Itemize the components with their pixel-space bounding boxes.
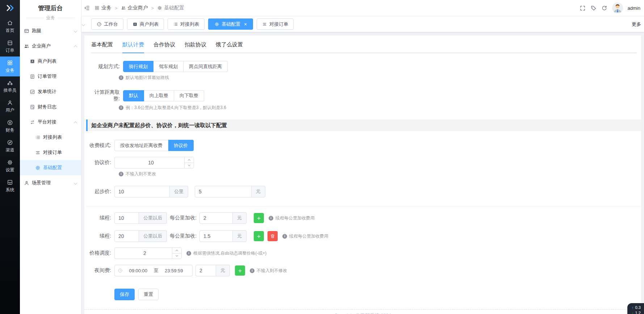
app-logo-icon[interactable] (5, 4, 15, 14)
night-time-range-picker[interactable]: 09:00:00 至 23:59:59 (114, 265, 193, 276)
base-distance-unit: 公里 (170, 186, 188, 197)
sidebar-item-connect-list[interactable]: 对接列表 (20, 130, 81, 145)
night-start-time[interactable]: 09:00:00 (123, 268, 154, 273)
rail-item-couriers[interactable]: 接单员 (0, 76, 20, 96)
sidebar-item-order-management[interactable]: 订单管理 (20, 69, 81, 84)
renewal-after-field[interactable] (115, 213, 139, 223)
avatar[interactable] (612, 3, 623, 13)
sidebar-item-errand[interactable]: 跑腿 (20, 23, 81, 38)
rail-item-home[interactable]: 首页 (0, 17, 20, 37)
chevron-down-icon (74, 180, 77, 186)
system-icon (7, 179, 13, 185)
spinner-up-icon[interactable] (185, 157, 194, 163)
tag-connect-list[interactable]: 对接列表 (168, 18, 205, 30)
rail-item-settings[interactable]: 设置 (0, 156, 20, 176)
renewal-label: 续程: (89, 215, 114, 221)
tag-connect-orders[interactable]: 对接订单 (257, 18, 294, 30)
plan-mode-label: 规划方式: (89, 63, 123, 70)
night-fee-field[interactable] (196, 265, 216, 276)
spinner-up-icon[interactable] (172, 248, 181, 254)
plan-option-driving[interactable]: 驾车规划 (153, 61, 184, 72)
delete-renewal-button[interactable] (268, 231, 278, 241)
home-icon (7, 20, 13, 26)
breadcrumb-separator: > (151, 5, 154, 11)
close-icon[interactable] (244, 22, 247, 27)
spinner-down-icon[interactable] (172, 254, 181, 259)
sidebar-fold-icon[interactable] (84, 5, 90, 11)
renewal-per-field[interactable] (200, 231, 232, 242)
base-distance-group: 公里 (114, 186, 188, 197)
add-renewal-button[interactable] (254, 231, 264, 241)
topbar: 业务 > 企业商户 > 基础配置 (81, 0, 644, 16)
agreement-price-input (114, 157, 194, 168)
sidebar-item-scene-management[interactable]: 场景管理 (20, 175, 81, 191)
breadcrumb-item-enterprise-merchant[interactable]: 企业商户 (121, 5, 148, 11)
night-fee-unit: 元 (216, 265, 230, 276)
clock-icon (118, 268, 123, 273)
add-renewal-button[interactable] (254, 213, 264, 223)
tags-overflow-chevron-icon[interactable] (82, 21, 85, 28)
tab-default-billing[interactable]: 默认计费 (122, 35, 144, 53)
plan-option-riding[interactable]: 骑行规划 (123, 61, 153, 72)
renewal-row-1: 续程: 公里以后 每公里加收: 元 续程每公里加收费用 (89, 212, 637, 224)
fee-mode-label: 收费模式: (89, 142, 114, 149)
rail-item-label: 订单 (6, 47, 14, 54)
sidebar-item-finance-log[interactable]: 财务日志 (20, 99, 81, 114)
tab-eleme-settings[interactable]: 饿了么设置 (216, 35, 243, 53)
fee-option-agreement-price[interactable]: 协议价 (168, 140, 194, 151)
sidebar-item-merchant-list[interactable]: 商户列表 (20, 54, 81, 69)
round-option-default[interactable]: 默认 (123, 90, 144, 101)
distance-round-label: 计算距离取整: (89, 89, 123, 102)
breadcrumb-item-business[interactable]: 业务 (94, 5, 111, 11)
rail-item-finance[interactable]: 财务 (0, 116, 20, 136)
tag-basic-config[interactable]: 基础配置 (208, 18, 253, 30)
save-button[interactable]: 保存 (114, 289, 135, 300)
renewal-after-field[interactable] (115, 231, 139, 242)
round-option-up[interactable]: 向上取整 (144, 90, 174, 101)
renewal-per-field[interactable] (200, 213, 232, 223)
sidebar-item-enterprise-merchant[interactable]: 企业商户 (20, 38, 81, 54)
refresh-icon[interactable] (601, 5, 607, 11)
reset-button[interactable]: 重置 (138, 289, 159, 300)
info-icon (269, 216, 273, 221)
renewal-hint: 续程每公里加收费用 (269, 215, 315, 221)
footer-copyright: Copyright © 跑腿系统 2024 (84, 312, 641, 314)
section-header: 如企业商户未配置起步价、协议价，则统一读取以下配置 (86, 120, 641, 131)
rail-item-channels[interactable]: 渠道 (0, 136, 20, 156)
rail-item-system[interactable]: 系统 (0, 176, 20, 196)
price-adjust-field[interactable] (115, 248, 181, 259)
plan-option-straight-line[interactable]: 两点间直线距离 (184, 61, 228, 72)
tab-basic-config[interactable]: 基本配置 (91, 35, 113, 53)
tag-merchant-list[interactable]: 商户列表 (127, 18, 164, 30)
tab-cooperation-agreement[interactable]: 合作协议 (153, 35, 175, 53)
tab-deduction-agreement[interactable]: 扣款协议 (185, 35, 206, 53)
base-price-field[interactable] (195, 186, 251, 197)
rider-icon (7, 80, 13, 86)
fullscreen-icon[interactable] (580, 5, 586, 11)
sidebar: 管理后台 业务 跑腿 企业商户 商户列表 订单管理 发单统计 财务日志 (20, 0, 81, 314)
renewal-per-unit: 元 (233, 212, 247, 224)
info-icon (282, 234, 287, 239)
tags-more-button[interactable]: 更多 (632, 21, 641, 28)
theme-tag-icon[interactable] (590, 5, 597, 11)
sidebar-item-platform-connect[interactable]: 平台对接 (20, 114, 81, 130)
username[interactable]: admin (628, 5, 640, 11)
add-night-fee-button[interactable] (235, 265, 245, 276)
rail-item-business[interactable]: 业务 (0, 56, 20, 76)
fee-option-by-distance[interactable]: 按收发地址距离收费 (114, 140, 168, 151)
sidebar-item-connect-orders[interactable]: 对接订单 (20, 145, 81, 160)
round-option-down[interactable]: 向下取整 (174, 90, 204, 101)
rail-item-label: 系统 (6, 187, 14, 193)
base-distance-field[interactable] (115, 186, 169, 197)
swap-icon (30, 120, 35, 125)
agreement-price-field[interactable] (115, 157, 194, 168)
sidebar-item-basic-config[interactable]: 基础配置 (20, 160, 81, 175)
rail-item-label: 设置 (6, 167, 14, 173)
rail-item-users[interactable]: 用户 (0, 96, 20, 116)
spinner-down-icon[interactable] (185, 163, 194, 168)
rail-item-orders[interactable]: 订单 (0, 37, 20, 56)
sidebar-item-dispatch-stats[interactable]: 发单统计 (20, 84, 81, 99)
tag-workbench[interactable]: 工作台 (91, 18, 123, 30)
night-fee-hint: 不输入则不修改 (250, 268, 287, 274)
night-end-time[interactable]: 23:59:59 (159, 268, 190, 273)
